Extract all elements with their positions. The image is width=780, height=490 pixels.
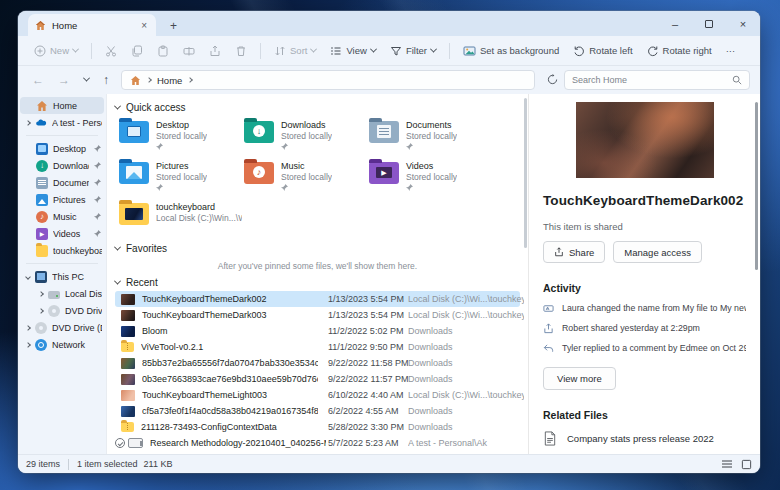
- section-favorites[interactable]: Favorites: [115, 243, 528, 254]
- sidebar-item-local-disk[interactable]: Local Disk (C:): [20, 285, 104, 302]
- section-recent[interactable]: Recent: [115, 277, 528, 288]
- selection-size: 211 KB: [144, 459, 173, 469]
- tile-documents[interactable]: DocumentsStored locally: [369, 117, 493, 155]
- file-row[interactable]: Research Methodology-20210401_040256-Mee…: [115, 435, 520, 451]
- more-options-button[interactable]: ···: [720, 41, 742, 60]
- zip-folder-icon: [121, 342, 134, 352]
- file-row[interactable]: Bloom 11/2/2022 5:02 PM Downloads: [115, 323, 520, 339]
- sort-button[interactable]: Sort: [268, 41, 322, 61]
- sidebar-item-videos[interactable]: Videos: [20, 225, 104, 242]
- file-row[interactable]: TouchKeyboardThemeLight003 6/10/2022 4:4…: [115, 387, 520, 403]
- chevron-down-icon: [430, 46, 437, 53]
- close-button[interactable]: ×: [726, 11, 760, 36]
- share-button[interactable]: Share: [543, 241, 605, 263]
- sidebar-item-this-pc[interactable]: This PC: [20, 268, 104, 285]
- cut-button[interactable]: [99, 41, 123, 61]
- details-view-toggle-icon[interactable]: [721, 459, 733, 469]
- recent-locations-button[interactable]: [78, 71, 95, 89]
- minimize-button[interactable]: –: [658, 11, 692, 36]
- title-bar: Home × + – ×: [18, 11, 760, 36]
- view-button[interactable]: View: [324, 41, 381, 61]
- this-pc-icon: [35, 271, 47, 283]
- pin-icon: [94, 162, 101, 169]
- delete-button[interactable]: [229, 41, 253, 61]
- rotate-right-button[interactable]: Rotate right: [641, 41, 718, 61]
- file-row[interactable]: 0b3ee7663893cae76e9bd310aee59b70d76cc476…: [115, 371, 520, 387]
- tile-pictures[interactable]: PicturesStored locally: [119, 158, 243, 196]
- set-background-button[interactable]: Set as background: [457, 41, 565, 61]
- sidebar-item-documents[interactable]: Documents: [20, 174, 104, 191]
- sidebar-divider: [26, 263, 98, 264]
- tile-music[interactable]: MusicStored locally: [244, 158, 368, 196]
- sidebar-item-downloads[interactable]: Downloads: [20, 157, 104, 174]
- sidebar-item-pictures[interactable]: Pictures: [20, 191, 104, 208]
- refresh-button[interactable]: [543, 71, 562, 89]
- thumbnail-view-toggle-icon[interactable]: [741, 459, 752, 470]
- sync-status-icon: [115, 438, 125, 448]
- sidebar-item-desktop[interactable]: Desktop: [20, 140, 104, 157]
- breadcrumb-item-home[interactable]: Home: [157, 75, 182, 86]
- tile-desktop[interactable]: DesktopStored locally: [119, 117, 243, 155]
- related-file-item[interactable]: Company stats press release 2022: [543, 431, 746, 446]
- file-row[interactable]: ViVeTool-v0.2.1 11/1/2022 9:50 PM Downlo…: [115, 339, 520, 355]
- copy-button[interactable]: [125, 41, 149, 61]
- tile-subtitle: Stored locally: [281, 131, 332, 142]
- breadcrumb-chevron-icon: [146, 77, 152, 83]
- new-tab-button[interactable]: +: [166, 20, 181, 32]
- pictures-icon: [36, 194, 48, 206]
- sidebar-item-home[interactable]: Home: [20, 97, 104, 114]
- sidebar-item-dvd-drive-1[interactable]: DVD Drive (D:) CC: [20, 302, 104, 319]
- file-row[interactable]: 85bb37e2ba65556f7da07047bab330e3534c80a2…: [115, 355, 520, 371]
- up-button[interactable]: ↑: [97, 71, 115, 89]
- new-button[interactable]: New: [28, 41, 84, 61]
- selection-count: 1 item selected: [77, 459, 138, 469]
- share-button-toolbar[interactable]: [203, 41, 227, 61]
- sidebar-item-network[interactable]: Network: [20, 336, 104, 353]
- filter-button[interactable]: Filter: [384, 41, 442, 61]
- tile-videos[interactable]: VideosStored locally: [369, 158, 493, 196]
- view-more-button[interactable]: View more: [543, 367, 616, 390]
- file-row[interactable]: TouchKeyboardThemeLight000 5/1/2022 11:3…: [115, 451, 520, 454]
- pin-icon: [94, 213, 101, 220]
- activity-text: Laura changed the name from My file to M…: [562, 303, 746, 313]
- recording-file-icon: [128, 438, 143, 448]
- breadcrumb[interactable]: Home: [121, 70, 535, 90]
- tile-downloads[interactable]: DownloadsStored locally: [244, 117, 368, 155]
- file-date: 1/13/2023 5:54 PM: [328, 294, 404, 304]
- section-quick-access[interactable]: Quick access: [115, 102, 528, 113]
- breadcrumb-chevron-icon: [188, 77, 194, 83]
- refresh-icon: [547, 74, 558, 85]
- sidebar-item-music[interactable]: Music: [20, 208, 104, 225]
- file-row[interactable]: TouchKeyboardThemeDark003 1/13/2023 5:54…: [115, 307, 520, 323]
- sidebar-item-label: Videos: [53, 229, 89, 239]
- tab-close-icon[interactable]: ×: [139, 20, 149, 31]
- search-input[interactable]: [572, 75, 732, 85]
- file-row[interactable]: 211128-73493-ConfigContextData 5/28/2022…: [115, 419, 520, 435]
- file-row[interactable]: TouchKeyboardThemeDark002 1/13/2023 5:54…: [115, 291, 520, 307]
- sidebar-item-dvd-drive-2[interactable]: DVD Drive (D:) CCC: [20, 319, 104, 336]
- manage-access-button[interactable]: Manage access: [613, 241, 702, 263]
- folder-icon: [36, 245, 48, 257]
- maximize-button[interactable]: [692, 11, 726, 36]
- back-button[interactable]: ←: [26, 71, 50, 89]
- pictures-folder-icon: [119, 162, 149, 184]
- details-scrollbar[interactable]: [755, 102, 758, 270]
- tab-home[interactable]: Home ×: [28, 14, 156, 36]
- file-name: ViVeTool-v0.2.1: [141, 342, 317, 352]
- tile-touchkeyboard[interactable]: touchkeyboardLocal Disk (C:)\Win...\Web: [119, 199, 243, 237]
- file-preview-image: [576, 102, 714, 178]
- chevron-right-icon: [38, 308, 44, 314]
- file-row[interactable]: cf5a73fe0f1f4a0cd58a38b04219a0167354f87f…: [115, 403, 520, 419]
- rotate-left-button[interactable]: Rotate left: [567, 41, 638, 61]
- pin-icon: [281, 184, 332, 191]
- activity-item: Laura changed the name from My file to M…: [543, 303, 746, 314]
- sidebar-item-onedrive[interactable]: A test - Personal: [20, 114, 104, 131]
- search-box[interactable]: [564, 70, 750, 90]
- sidebar-item-touchkeyboard[interactable]: touchkeyboard: [20, 242, 104, 259]
- drive-icon: [48, 291, 60, 299]
- file-location: Downloads: [408, 358, 524, 368]
- rename-button[interactable]: [177, 41, 201, 61]
- forward-button[interactable]: →: [52, 71, 76, 89]
- content-scrollbar[interactable]: [524, 98, 527, 248]
- paste-button[interactable]: [151, 41, 175, 61]
